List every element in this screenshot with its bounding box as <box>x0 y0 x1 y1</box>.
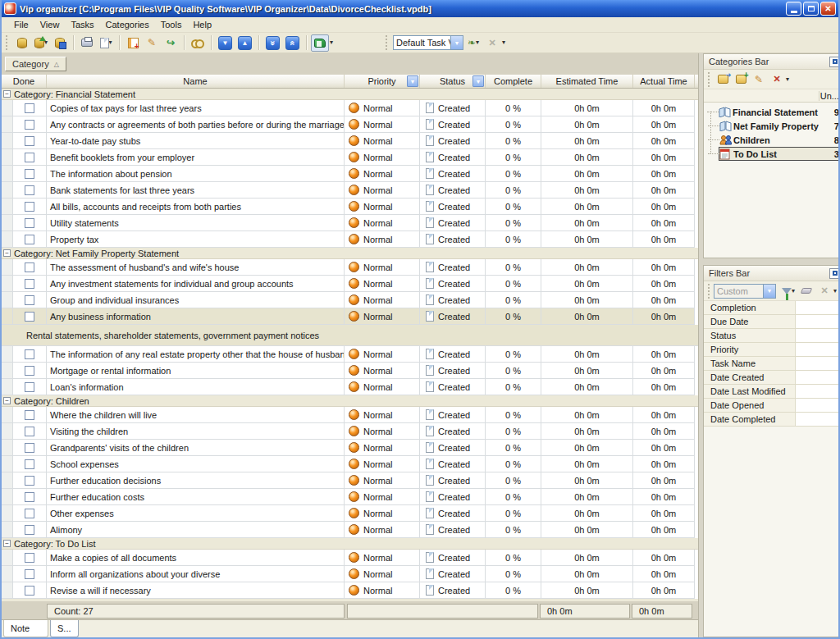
estimated-time-cell[interactable]: 0h 0m <box>541 215 633 231</box>
priority-cell[interactable]: Normal <box>345 308 420 325</box>
status-cell[interactable]: Created <box>420 582 486 599</box>
move-task-down-button[interactable]: ▼ <box>216 34 235 52</box>
actual-time-cell[interactable]: 0h 0m <box>633 522 695 538</box>
actual-time-cell[interactable]: 0h 0m <box>633 379 695 395</box>
done-checkbox[interactable] <box>25 312 34 322</box>
priority-cell[interactable]: Normal <box>345 149 420 166</box>
priority-cell[interactable]: Normal <box>345 550 420 566</box>
status-cell[interactable]: Created <box>420 407 486 423</box>
complete-cell[interactable]: 0 % <box>486 182 541 199</box>
complete-cell[interactable]: 0 % <box>486 116 541 133</box>
complete-cell[interactable]: 0 % <box>486 149 541 166</box>
complete-cell[interactable]: 0 % <box>486 550 541 566</box>
menu-help[interactable]: Help <box>187 18 217 31</box>
menu-tools[interactable]: Tools <box>155 18 188 31</box>
done-checkbox[interactable] <box>25 136 34 146</box>
actual-time-cell[interactable]: 0h 0m <box>633 489 695 505</box>
assign-task-button[interactable]: ↪ <box>162 34 180 52</box>
estimated-time-cell[interactable]: 0h 0m <box>541 100 633 116</box>
task-name[interactable]: Further education decisions <box>47 472 345 489</box>
estimated-time-cell[interactable]: 0h 0m <box>541 259 633 276</box>
category-row[interactable]: − Category: To Do List <box>2 538 698 550</box>
status-cell[interactable]: Created <box>420 505 486 522</box>
task-name[interactable]: Rental statements, shareholder statement… <box>2 331 330 340</box>
priority-cell[interactable]: Normal <box>345 259 420 276</box>
status-cell[interactable]: Created <box>420 550 486 566</box>
complete-cell[interactable]: 0 % <box>486 215 541 231</box>
task-row[interactable]: Copies of tax pays for last three years … <box>2 100 698 116</box>
task-row[interactable]: Where the children will live Normal Crea… <box>2 407 698 423</box>
actual-time-cell[interactable]: 0h 0m <box>633 276 695 292</box>
priority-cell[interactable]: Normal <box>345 505 420 522</box>
status-cell[interactable]: Created <box>420 566 486 582</box>
done-checkbox[interactable] <box>25 185 34 195</box>
categories-bar-item[interactable]: Children 8 8 <box>704 133 840 147</box>
group-by-category-button[interactable]: Category △ <box>5 57 66 71</box>
export-button[interactable]: ▾ <box>97 34 115 52</box>
task-name[interactable]: Copies of tax pays for last three years <box>47 100 345 116</box>
status-cell[interactable]: Created <box>420 182 486 199</box>
filter-preset-combo[interactable]: Custom ▼ <box>714 284 776 299</box>
priority-cell[interactable]: Normal <box>345 489 420 505</box>
task-name[interactable]: Grandparents' visits of the children <box>47 440 345 456</box>
priority-cell[interactable]: Normal <box>345 133 420 149</box>
done-checkbox[interactable] <box>25 103 34 113</box>
collapse-icon[interactable]: − <box>3 90 11 98</box>
status-cell[interactable]: Created <box>420 116 486 133</box>
task-name[interactable]: Inform all organizations about your dive… <box>47 566 345 582</box>
filter-value-field[interactable] <box>796 343 840 356</box>
notes-panel-toggle-button[interactable] <box>311 34 329 52</box>
edit-task-button[interactable]: ✎ <box>143 34 161 52</box>
column-header-done[interactable]: Done <box>2 75 47 88</box>
task-name[interactable]: Revise a will if necessary <box>47 582 345 599</box>
done-checkbox[interactable] <box>25 553 34 563</box>
actual-time-cell[interactable]: 0h 0m <box>633 199 695 215</box>
actual-time-cell[interactable]: 0h 0m <box>633 231 695 248</box>
estimated-time-cell[interactable]: 0h 0m <box>541 566 633 582</box>
task-row[interactable]: The information about pension Normal Cre… <box>2 166 698 182</box>
task-name[interactable]: Alimony <box>47 522 345 538</box>
category-row[interactable]: − Category: Children <box>2 395 698 407</box>
task-row[interactable]: Further education costs Normal Created 0… <box>2 489 698 505</box>
edit-category-button[interactable]: ✎ <box>750 71 768 88</box>
priority-cell[interactable]: Normal <box>345 292 420 308</box>
complete-cell[interactable]: 0 % <box>486 489 541 505</box>
complete-cell[interactable]: 0 % <box>486 522 541 538</box>
column-header-estimated-time[interactable]: Estimated Time <box>541 75 633 88</box>
estimated-time-cell[interactable]: 0h 0m <box>541 423 633 440</box>
complete-cell[interactable]: 0 % <box>486 440 541 456</box>
actual-time-cell[interactable]: 0h 0m <box>633 472 695 489</box>
done-checkbox[interactable] <box>25 492 34 502</box>
categories-bar-item[interactable]: Net Family Property 7 7 <box>704 119 840 133</box>
actual-time-cell[interactable]: 0h 0m <box>633 149 695 166</box>
done-checkbox[interactable] <box>25 476 34 486</box>
complete-cell[interactable]: 0 % <box>486 407 541 423</box>
new-subcategory-button[interactable] <box>732 71 750 88</box>
task-name[interactable]: Benefit booklets from your employer <box>47 149 345 166</box>
complete-cell[interactable]: 0 % <box>486 505 541 522</box>
task-row[interactable]: The assessment of husband's and wife's h… <box>2 259 698 276</box>
actual-time-cell[interactable]: 0h 0m <box>633 363 695 379</box>
status-cell[interactable]: Created <box>420 292 486 308</box>
status-cell[interactable]: Created <box>420 440 486 456</box>
actual-time-cell[interactable]: 0h 0m <box>633 566 695 582</box>
priority-cell[interactable]: Normal <box>345 346 420 363</box>
task-row[interactable]: Benefit booklets from your employer Norm… <box>2 149 698 166</box>
status-cell[interactable]: Created <box>420 363 486 379</box>
estimated-time-cell[interactable]: 0h 0m <box>541 199 633 215</box>
task-row[interactable]: Group and individual insurances Normal C… <box>2 292 698 308</box>
actual-time-cell[interactable]: 0h 0m <box>633 182 695 199</box>
priority-cell[interactable]: Normal <box>345 379 420 395</box>
task-row[interactable]: Loan's information Normal Created 0 % 0h… <box>2 379 698 395</box>
estimated-time-cell[interactable]: 0h 0m <box>541 182 633 199</box>
complete-cell[interactable]: 0 % <box>486 566 541 582</box>
priority-cell[interactable]: Normal <box>345 199 420 215</box>
priority-cell[interactable]: Normal <box>345 231 420 248</box>
categories-bar-item[interactable]: Financial Statement 9 9 <box>704 105 840 119</box>
task-row[interactable]: Make a copies of all documents Normal Cr… <box>2 550 698 566</box>
toolbar-grip[interactable] <box>6 35 9 50</box>
priority-cell[interactable]: Normal <box>345 582 420 599</box>
filter-value-field[interactable] <box>796 357 840 370</box>
done-checkbox[interactable] <box>25 459 34 469</box>
done-checkbox[interactable] <box>25 169 34 179</box>
